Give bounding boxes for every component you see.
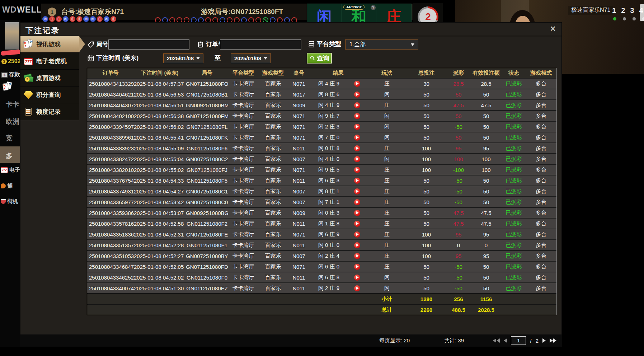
bead-marker: 闲 xyxy=(90,16,96,22)
sidebar-item-multi[interactable]: 多 xyxy=(6,151,13,161)
jackpot-badge: JACKPOT xyxy=(343,5,365,10)
menu-item-video-games[interactable]: 9K♥ 视讯游戏 xyxy=(20,36,79,53)
slot-machine-icon: 777 xyxy=(24,58,33,65)
tag-icon xyxy=(87,41,94,48)
col-total-bet: 总投注 xyxy=(408,70,445,76)
calendar-icon xyxy=(87,55,94,62)
order-input[interactable] xyxy=(220,39,301,50)
replay-button[interactable] xyxy=(348,167,366,173)
video-side-panel xyxy=(640,4,644,21)
seat-1[interactable]: 1 xyxy=(612,6,616,15)
replay-button[interactable] xyxy=(348,102,366,108)
replay-button[interactable] xyxy=(348,264,366,270)
replay-button[interactable] xyxy=(348,253,366,259)
total-count-text: 共计: 39 xyxy=(444,337,464,344)
replay-button[interactable] xyxy=(348,231,366,238)
page-separator: / xyxy=(530,338,531,344)
sidebar-item-sports[interactable]: 竞 xyxy=(6,134,13,143)
replay-button[interactable] xyxy=(348,221,366,227)
col-payout: 派彩 xyxy=(445,70,472,76)
menu-item-points[interactable]: 积分查询 xyxy=(20,86,79,103)
next-page-button[interactable] xyxy=(542,338,546,343)
menu-item-table-games[interactable]: $ 桌面游戏 xyxy=(20,70,79,86)
grand-total-payout: 488.5 xyxy=(445,307,472,313)
chevron-down-icon xyxy=(264,57,267,60)
replay-button[interactable] xyxy=(348,81,366,87)
replay-button[interactable] xyxy=(348,156,366,162)
play-icon xyxy=(354,81,360,87)
table-row: 250108043346252 2025-01-08 04:52:02 GN01… xyxy=(87,272,556,282)
replay-button[interactable] xyxy=(348,188,366,195)
close-icon[interactable]: × xyxy=(550,23,556,34)
road-marker xyxy=(270,17,276,23)
play-icon xyxy=(354,113,360,119)
table-games-icon: $ xyxy=(24,73,33,83)
replay-button[interactable] xyxy=(348,178,366,184)
deposit-row[interactable]: $ 存款 xyxy=(1,71,20,79)
play-icon xyxy=(354,242,360,248)
search-button[interactable]: 查询 xyxy=(307,53,332,64)
replay-button[interactable] xyxy=(348,210,366,216)
road-marker xyxy=(155,17,161,23)
replay-button[interactable] xyxy=(348,275,366,281)
sidebar-item-slots[interactable]: 777 电子 xyxy=(1,167,20,173)
seat-2[interactable]: 2 xyxy=(621,6,625,15)
sidebar-item-kaka[interactable]: 卡卡 xyxy=(6,100,19,109)
table-header-row: 订单号 下注时间 (美东) 局号 平台类型 游戏类型 桌号 结果 玩法 总投注 … xyxy=(87,68,556,78)
fish-icon xyxy=(1,183,6,188)
date-to-select[interactable]: 2025/01/08 xyxy=(231,53,271,63)
last-page-button[interactable] xyxy=(550,338,556,343)
replay-button[interactable] xyxy=(348,199,366,205)
col-result: 结果 xyxy=(310,70,366,76)
col-order: 订单号 xyxy=(87,70,134,76)
platform-select[interactable]: 1.全部 xyxy=(345,39,418,50)
per-page-text: 每页显示: 20 xyxy=(379,337,410,344)
play-icon xyxy=(354,253,360,259)
bead-marker: 庄 xyxy=(111,16,116,22)
current-page-input[interactable]: 1 xyxy=(511,336,526,345)
menu-label: 桌面游戏 xyxy=(36,74,61,82)
date-from-select[interactable]: 2025/01/08 xyxy=(163,53,203,63)
diamond-icon xyxy=(24,91,33,99)
sidebar-item-fishing[interactable]: 捕 xyxy=(1,182,13,189)
replay-button[interactable] xyxy=(348,145,366,151)
seat-3[interactable]: 3 xyxy=(630,6,634,15)
dialog-menu: 9K♥ 视讯游戏 777 电子老虎机 $ 桌面游戏 积分查询 额度记录 xyxy=(20,36,79,120)
road-marker xyxy=(255,17,261,23)
prev-page-button[interactable] xyxy=(504,338,507,343)
fishing-label: 捕 xyxy=(7,182,13,189)
table-row: 250108043374931 2025-01-08 04:54:27 GN00… xyxy=(87,186,556,196)
replay-button[interactable] xyxy=(348,242,366,248)
menu-item-slots[interactable]: 777 电子老虎机 xyxy=(20,53,79,70)
video-table-title: 极速百家乐N71 xyxy=(568,6,613,15)
help-icon[interactable]: ? xyxy=(371,5,376,10)
replay-button[interactable] xyxy=(348,92,366,98)
table-row: 250108043402100 2025-01-08 04:56:38 GN07… xyxy=(87,110,556,121)
replay-button[interactable] xyxy=(348,285,366,291)
clipboard-icon xyxy=(197,41,204,48)
table-row: 250108043413329 2025-01-08 04:57:37 GN07… xyxy=(87,78,556,89)
sidebar-item-arcade[interactable]: 街机 xyxy=(1,198,18,205)
platform-icon xyxy=(308,41,315,48)
play-icon xyxy=(354,145,360,151)
table-row: 250108043351836 2025-01-08 04:52:31 GN07… xyxy=(87,229,556,239)
replay-button[interactable] xyxy=(348,113,366,119)
col-round: 局号 xyxy=(186,70,228,76)
replay-button[interactable] xyxy=(348,124,366,130)
first-page-button[interactable] xyxy=(493,338,500,343)
table-row: 250108043389961 2025-01-08 04:55:41 GN07… xyxy=(87,132,556,142)
menu-label: 额度记录 xyxy=(36,108,61,116)
bead-marker: 庄 xyxy=(97,16,103,22)
replay-button[interactable] xyxy=(348,135,366,141)
road-marker xyxy=(220,17,225,23)
play-icon xyxy=(354,221,360,227)
sidebar-item-europe[interactable]: 欧洲 xyxy=(6,117,19,126)
chevron-down-icon xyxy=(196,57,200,60)
road-marker xyxy=(248,17,254,23)
road-marker xyxy=(184,17,189,23)
menu-item-credit-records[interactable]: 额度记录 xyxy=(20,103,79,120)
grand-total-row: 总计 2260 488.5 2028.5 xyxy=(87,304,556,315)
game-round-label: 游戏局号:GN071251080FT xyxy=(201,7,283,17)
round-input[interactable] xyxy=(108,39,189,50)
table-row: 250108043382472 2025-01-08 04:55:04 GN00… xyxy=(87,153,556,164)
